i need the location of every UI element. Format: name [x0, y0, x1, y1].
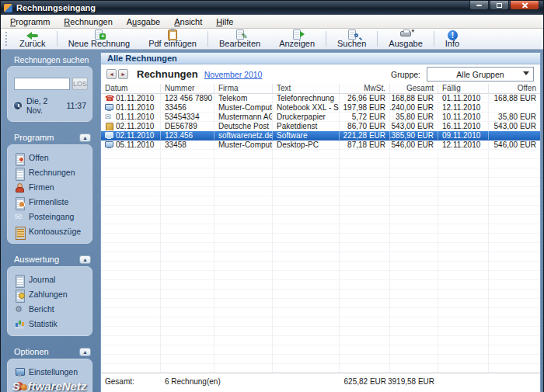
- table-row[interactable]: 02.11.2010 DE56789 Deutsche Post Paketdi…: [101, 122, 540, 131]
- sidebar-item-statistik[interactable]: Statistik: [12, 316, 87, 331]
- back-icon: [26, 29, 40, 39]
- cell-datum: 05.11.2010: [101, 140, 161, 149]
- cell-gesamt: 168,88 EUR: [390, 94, 438, 102]
- sidebar-item-posteingang[interactable]: ✉Posteingang: [12, 209, 87, 224]
- sidebar-item-bericht[interactable]: ⚙Bericht: [12, 301, 87, 316]
- cell-firma: Muster-Computer: [214, 140, 273, 149]
- cell-nummer: 53454334: [161, 113, 214, 121]
- table-row[interactable]: 01.11.2010 33456 Muster-Computer Noteboo…: [101, 103, 540, 113]
- paste-pdf-button[interactable]: Pdf einfügen: [139, 29, 206, 49]
- menu-ansicht[interactable]: Ansicht: [167, 16, 209, 28]
- cell-nummer: 33456: [161, 103, 214, 112]
- cell-gesamt: 1385,90 EUR: [390, 131, 438, 140]
- document-icon: [15, 153, 24, 162]
- group-dropdown[interactable]: Alle Gruppen: [427, 67, 534, 82]
- table-header: Datum Nummer Firma Text MwSt. Gesamt Fäl…: [101, 84, 540, 94]
- cell-gesamt: 1240,00 EUR: [390, 103, 438, 112]
- table-row[interactable]: 05.11.2010 33458 Muster-Computer Desktop…: [101, 140, 540, 150]
- cell-nummer: DE56789: [161, 122, 214, 130]
- current-date: Die, 2 Nov.: [26, 96, 63, 115]
- period-link[interactable]: November 2010: [204, 70, 263, 79]
- title-bar[interactable]: Rechnungseingang: [1, 1, 543, 15]
- table-row[interactable]: ☎01.11.2010 123 456 7890 Telekom Telefon…: [101, 94, 540, 103]
- computer-icon: [105, 104, 113, 112]
- document-icon: [15, 275, 24, 284]
- collapse-icon[interactable]: ▲: [79, 255, 91, 264]
- cell-text: Software: [273, 131, 340, 140]
- document-icon: [15, 168, 24, 177]
- maximize-icon: [497, 3, 502, 8]
- output-button[interactable]: ▾ Ausgabe: [379, 29, 431, 49]
- minimize-button[interactable]: [469, 1, 489, 10]
- next-month-button[interactable]: ▸: [118, 69, 128, 79]
- menu-rechnungen[interactable]: Rechnungen: [57, 16, 119, 28]
- table-row-selected[interactable]: 02.11.2010 123.456 softwarenetz.de Softw…: [101, 131, 540, 140]
- cell-firma: softwarenetz.de: [214, 131, 273, 140]
- column-header-gesamt[interactable]: Gesamt: [390, 84, 438, 93]
- maximize-button[interactable]: [490, 1, 509, 10]
- column-header-text[interactable]: Text: [273, 84, 340, 93]
- column-header-faellig[interactable]: Fällig: [438, 84, 489, 93]
- cell-nummer: 123.456: [161, 131, 214, 140]
- cell-faellig: 10.11.2010: [438, 113, 489, 121]
- print-icon: ▾: [399, 29, 413, 39]
- search-input[interactable]: [14, 78, 70, 90]
- cell-text: Paketdienst: [273, 122, 340, 130]
- cell-faellig: 12.11.2010: [438, 103, 489, 112]
- app-window: Rechnungseingang Programm Rechnungen Aus…: [0, 0, 544, 392]
- document-person-icon: [15, 197, 24, 206]
- cell-mwst: 87,18 EUR: [340, 140, 390, 149]
- cell-datum: 02.11.2010: [101, 131, 161, 140]
- mail-icon: ✉: [105, 113, 113, 121]
- view-button[interactable]: Anzeigen: [270, 29, 324, 49]
- computer-icon: [105, 141, 113, 149]
- prev-month-button[interactable]: ◂: [106, 69, 117, 79]
- chevron-down-icon: [523, 71, 529, 75]
- cell-mwst: 26,96 EUR: [340, 94, 390, 102]
- table-row[interactable]: ✉01.11.2010 53454334 Mustermann AG Druck…: [101, 113, 540, 122]
- search-go-button[interactable]: LOS: [72, 78, 88, 90]
- sidebar-item-einstellungen[interactable]: Einstellungen: [12, 364, 87, 379]
- sidebar-item-zahlungen[interactable]: Zahlungen: [12, 286, 87, 301]
- toolbar-grip[interactable]: [5, 32, 8, 46]
- sidebar-item-firmen[interactable]: Firmen: [12, 179, 87, 194]
- column-header-mwst[interactable]: MwSt.: [340, 84, 390, 93]
- sidebar-item-kontoauszuege[interactable]: Kontoauszüge: [12, 224, 87, 238]
- collapse-icon[interactable]: ▲: [79, 348, 91, 356]
- edit-icon: ✎: [233, 29, 247, 39]
- sidebar-item-rechnungen[interactable]: Rechnungen: [12, 165, 87, 179]
- info-button[interactable]: ! Info: [436, 29, 469, 49]
- payments-icon: [15, 290, 24, 299]
- close-button[interactable]: [510, 1, 539, 10]
- sidebar-item-firmenliste[interactable]: Firmenliste: [12, 194, 87, 209]
- cell-text: Notebook XXL - Su...: [273, 103, 340, 112]
- clock-icon[interactable]: [13, 101, 23, 110]
- window-controls: [469, 1, 539, 10]
- collapse-icon[interactable]: ▲: [79, 134, 91, 142]
- toolbar-separator: [57, 31, 58, 47]
- menu-hilfe[interactable]: Hilfe: [209, 16, 240, 28]
- cell-mwst: 221,28 EUR: [340, 131, 390, 140]
- list-icon: [15, 227, 24, 236]
- group-dropdown-value: Alle Gruppen: [427, 70, 533, 79]
- cell-firma: Telekom: [214, 94, 273, 102]
- list-title: Rechnungen: [137, 68, 198, 80]
- column-header-datum[interactable]: Datum: [101, 84, 161, 93]
- new-invoice-button[interactable]: + Neue Rechnung: [59, 29, 140, 49]
- cell-faellig: 01.11.2010: [438, 94, 489, 102]
- sidebar-item-journal[interactable]: Journal: [12, 272, 87, 286]
- column-header-offen[interactable]: Offen: [489, 84, 540, 93]
- sidebar-item-offen[interactable]: Offen: [12, 150, 87, 165]
- search-button[interactable]: Suchen: [328, 29, 375, 49]
- app-icon: [4, 4, 12, 12]
- total-gesamt: 3919,58 EUR: [390, 373, 438, 390]
- menu-ausgabe[interactable]: Ausgabe: [120, 16, 167, 28]
- programm-panel: Offen Rechnungen Firmen Firmenliste ✉Pos…: [7, 144, 92, 244]
- toolbar-separator: [207, 31, 208, 47]
- back-button[interactable]: Zurück: [10, 29, 55, 49]
- column-header-nummer[interactable]: Nummer: [161, 84, 214, 93]
- cell-mwst: 5,72 EUR: [340, 113, 390, 121]
- column-header-firma[interactable]: Firma: [214, 84, 273, 93]
- menu-programm[interactable]: Programm: [3, 16, 57, 28]
- edit-button[interactable]: ✎ Bearbeiten: [210, 29, 270, 49]
